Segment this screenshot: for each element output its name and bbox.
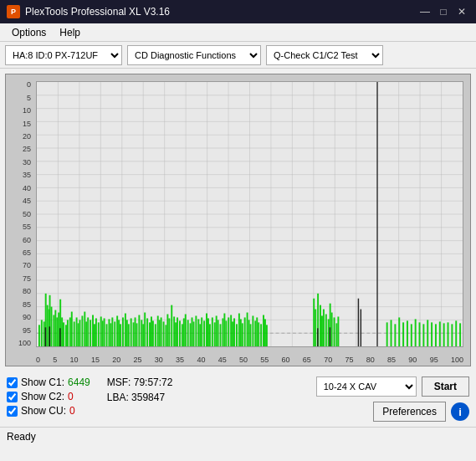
device-select[interactable]: HA:8 ID:0 PX-712UF bbox=[5, 45, 122, 65]
maximize-button[interactable]: □ bbox=[436, 4, 451, 19]
speed-select[interactable]: 10-24 X CAV bbox=[316, 376, 417, 397]
svg-rect-63 bbox=[81, 315, 83, 346]
svg-rect-137 bbox=[232, 321, 233, 346]
show-cu-checkbox[interactable] bbox=[7, 406, 18, 417]
pref-info-row: Preferences i bbox=[373, 402, 469, 422]
show-c1-label: Show C1: bbox=[21, 376, 64, 388]
c1-checkbox-row: Show C1: 6449 bbox=[7, 376, 90, 388]
svg-rect-91 bbox=[138, 315, 140, 346]
menu-help[interactable]: Help bbox=[53, 25, 87, 40]
svg-rect-87 bbox=[131, 318, 132, 346]
msf-label: MSF: bbox=[107, 376, 131, 388]
svg-rect-61 bbox=[78, 323, 79, 346]
chart-svg bbox=[37, 82, 463, 346]
svg-rect-139 bbox=[236, 324, 238, 346]
svg-rect-133 bbox=[223, 314, 225, 347]
svg-rect-185 bbox=[455, 320, 457, 346]
svg-rect-40 bbox=[38, 325, 40, 346]
svg-rect-132 bbox=[222, 318, 223, 346]
c2-checkbox-row: Show C2: 0 bbox=[7, 391, 90, 402]
svg-rect-71 bbox=[98, 322, 100, 346]
svg-rect-188 bbox=[49, 326, 50, 346]
svg-rect-111 bbox=[179, 320, 181, 346]
svg-rect-41 bbox=[41, 320, 43, 346]
svg-rect-47 bbox=[51, 307, 53, 346]
status-text: Ready bbox=[7, 431, 36, 443]
svg-rect-162 bbox=[328, 319, 330, 346]
svg-rect-95 bbox=[146, 318, 148, 346]
svg-rect-140 bbox=[238, 314, 240, 347]
svg-rect-109 bbox=[175, 322, 177, 346]
svg-rect-156 bbox=[315, 310, 316, 346]
show-c2-checkbox[interactable] bbox=[7, 392, 18, 402]
svg-rect-60 bbox=[76, 317, 78, 346]
svg-rect-96 bbox=[149, 322, 151, 346]
svg-rect-143 bbox=[244, 317, 246, 346]
svg-rect-135 bbox=[228, 317, 229, 346]
preferences-button[interactable]: Preferences bbox=[373, 402, 446, 422]
svg-rect-69 bbox=[94, 324, 95, 346]
svg-rect-116 bbox=[190, 323, 192, 346]
svg-rect-192 bbox=[358, 299, 359, 346]
svg-rect-168 bbox=[386, 322, 388, 346]
svg-rect-175 bbox=[415, 319, 417, 346]
menu-options[interactable]: Options bbox=[5, 25, 53, 40]
svg-rect-92 bbox=[141, 320, 142, 346]
svg-rect-117 bbox=[192, 317, 193, 346]
svg-rect-153 bbox=[264, 319, 266, 346]
test-select[interactable]: Q-Check C1/C2 Test bbox=[266, 45, 383, 65]
msf-lba-panel: MSF: 79:57:72 LBA: 359847 bbox=[107, 376, 173, 403]
svg-rect-186 bbox=[459, 323, 461, 346]
y-axis: 100 95 90 85 80 75 70 65 60 55 50 45 40 … bbox=[6, 81, 34, 347]
svg-rect-84 bbox=[125, 314, 126, 347]
svg-rect-155 bbox=[313, 299, 315, 346]
svg-rect-66 bbox=[87, 317, 89, 346]
svg-rect-145 bbox=[248, 320, 250, 346]
status-bar: Ready bbox=[0, 427, 476, 445]
title-bar: P PlexTools Professional XL V3.16 — □ ✕ bbox=[0, 0, 476, 23]
svg-rect-164 bbox=[331, 313, 333, 346]
svg-rect-193 bbox=[361, 310, 361, 346]
svg-rect-105 bbox=[166, 314, 168, 346]
svg-rect-120 bbox=[197, 319, 199, 346]
svg-rect-98 bbox=[152, 320, 154, 346]
svg-rect-97 bbox=[151, 316, 152, 346]
svg-rect-147 bbox=[252, 315, 253, 346]
svg-rect-180 bbox=[435, 324, 437, 346]
svg-rect-59 bbox=[74, 321, 75, 346]
svg-rect-142 bbox=[242, 323, 243, 346]
svg-rect-148 bbox=[254, 320, 256, 346]
svg-rect-64 bbox=[84, 312, 85, 346]
svg-rect-56 bbox=[67, 320, 69, 346]
svg-rect-100 bbox=[157, 315, 159, 346]
chart-plot-area bbox=[36, 81, 463, 347]
svg-rect-178 bbox=[427, 320, 428, 346]
svg-rect-171 bbox=[398, 317, 400, 346]
info-button[interactable]: i bbox=[451, 402, 469, 421]
svg-rect-58 bbox=[71, 312, 73, 346]
start-button[interactable]: Start bbox=[422, 376, 469, 397]
x-axis: 0 5 10 15 20 25 30 35 40 45 50 55 60 65 … bbox=[36, 356, 463, 364]
show-c1-checkbox[interactable] bbox=[7, 377, 18, 388]
svg-rect-73 bbox=[102, 320, 104, 346]
minimize-button[interactable]: — bbox=[417, 4, 432, 19]
svg-rect-191 bbox=[330, 327, 330, 346]
close-button[interactable]: ✕ bbox=[454, 4, 469, 19]
svg-rect-129 bbox=[216, 315, 218, 346]
svg-rect-104 bbox=[165, 325, 166, 346]
svg-rect-103 bbox=[163, 321, 165, 346]
svg-rect-150 bbox=[258, 322, 259, 346]
svg-rect-54 bbox=[63, 322, 64, 346]
svg-rect-152 bbox=[263, 315, 264, 346]
show-c2-label: Show C2: bbox=[21, 391, 64, 402]
svg-rect-108 bbox=[173, 316, 175, 346]
function-select[interactable]: CD Diagnostic Functions bbox=[127, 45, 261, 65]
svg-rect-144 bbox=[247, 313, 248, 346]
svg-rect-99 bbox=[155, 324, 156, 346]
app-icon: P bbox=[7, 5, 20, 18]
svg-rect-78 bbox=[111, 317, 113, 346]
svg-rect-42 bbox=[44, 321, 45, 346]
svg-rect-146 bbox=[250, 324, 252, 346]
svg-rect-77 bbox=[110, 323, 111, 346]
svg-rect-182 bbox=[443, 323, 445, 346]
